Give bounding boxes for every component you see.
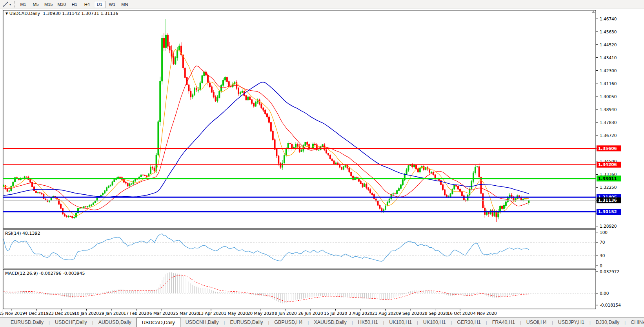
price-axis-label: 1.40050 xyxy=(600,94,617,99)
price-level-tag-label: 1.33011 xyxy=(598,176,617,181)
symbol-tab-bar: EURUSD,Daily|USDCHF,Daily|AUDUSD,DailyUS… xyxy=(0,317,644,327)
tab-ger30-h1[interactable]: GER30,H1 xyxy=(452,318,486,327)
current-price-tag-label: 1.31136 xyxy=(598,198,617,203)
price-level-tag: 1.35606 xyxy=(597,145,621,151)
rsi-indicator-label: RSI(14) 48.1392 xyxy=(5,231,40,236)
collapse-triangle-icon[interactable]: ▼ xyxy=(5,12,8,15)
date-axis-label: 23 Dec 2019 xyxy=(48,311,75,316)
price-axis-label: 1.36720 xyxy=(600,133,617,138)
date-axis-label: 15 Nov 2019 xyxy=(0,311,25,316)
date-axis-label: 20 May 2020 xyxy=(247,311,274,316)
price-axis-label: 1.28920 xyxy=(600,224,617,228)
date-axis-label: 29 Jan 2020 xyxy=(99,311,124,316)
price-axis-label: 1.44520 xyxy=(600,42,617,47)
price-axis-label: 1.37830 xyxy=(600,120,617,125)
date-axis-label: 26 Jun 2020 xyxy=(298,311,323,316)
tab-eurusd-daily[interactable]: EURUSD,Daily xyxy=(5,318,49,327)
date-axis-label: 1 May 2020 xyxy=(224,311,248,316)
date-axis-label: 4 Nov 2020 xyxy=(473,311,497,316)
date-axis-label: 28 Sep 2020 xyxy=(422,311,448,316)
rsi-axis-label: 30 xyxy=(600,253,605,258)
symbol-label: USDCAD,Daily xyxy=(9,11,40,16)
date-axis-label: 4 Dec 2019 xyxy=(25,311,48,316)
date-axis-label: 6 Mar 2020 xyxy=(149,311,173,316)
tab-uk100-h1[interactable]: UK100,H1 xyxy=(384,318,417,327)
tab-usdcnh-daily[interactable]: USDCNH,Daily xyxy=(180,318,224,327)
tab-china300-h1[interactable]: CHINA300,H1 xyxy=(626,318,644,327)
price-axis-label: 1.46740 xyxy=(600,16,617,21)
price-axis-label: 1.32250 xyxy=(600,185,617,190)
tab-usdjpy-h1[interactable]: USDJPY,H1 xyxy=(553,318,589,327)
price-axis-label: 1.41160 xyxy=(600,81,617,86)
chart-canvas[interactable]: 1.467401.456301.445201.434101.423001.411… xyxy=(0,0,644,327)
price-axis-label: 1.45630 xyxy=(600,29,617,34)
date-axis-label: 16 Oct 2020 xyxy=(448,311,473,316)
rsi-axis-label: 0 xyxy=(600,263,602,268)
tab-usoil-h4[interactable]: USOil,H4 xyxy=(521,318,552,327)
macd-axis-label: -0.018154 xyxy=(600,303,621,307)
chart-title: ▼ USDCAD,Daily 1.30930 1.31142 1.30731 1… xyxy=(5,11,118,16)
tab-xauusd-daily[interactable]: XAUUSD,Daily xyxy=(309,318,351,327)
price-level-tag-label: 1.34206 xyxy=(598,162,617,167)
date-axis-label: 17 Feb 2020 xyxy=(124,311,149,316)
tab-fra40-h1[interactable]: FRA40,H1 xyxy=(487,318,520,327)
current-price-tag: 1.31136 xyxy=(597,197,621,203)
price-axis-label: 1.42300 xyxy=(600,68,617,73)
tab-usdcad-daily[interactable]: USDCAD,Daily xyxy=(136,318,180,327)
tab-dj30-daily[interactable]: DJ30,Daily xyxy=(591,318,624,327)
date-axis-label: 21 Aug 2020 xyxy=(372,311,398,316)
price-level-tag-label: 1.30152 xyxy=(598,209,617,214)
tab-hk50-h1[interactable]: HK50,H1 xyxy=(353,318,383,327)
macd-panel xyxy=(3,269,596,309)
date-axis-label: 3 Aug 2020 xyxy=(349,311,373,316)
quote-ohlc: 1.30930 1.31142 1.30731 1.31136 xyxy=(43,11,118,16)
symbol-tabs: EURUSD,Daily|USDCHF,Daily|AUDUSD,DailyUS… xyxy=(5,318,644,327)
price-level-tag: 1.33011 xyxy=(597,175,621,181)
date-axis-label: 8 Jun 2020 xyxy=(275,311,297,316)
date-axis: 15 Nov 20194 Dec 201923 Dec 201910 Jan 2… xyxy=(0,309,497,316)
date-axis-label: 9 Sep 2020 xyxy=(398,311,422,316)
price-axis-label: 1.43410 xyxy=(600,55,617,60)
tab-eurusd-daily[interactable]: EURUSD,Daily xyxy=(225,318,268,327)
macd-indicator-label: MACD(12,26,9) -0.002796 -0.003945 xyxy=(5,271,85,276)
price-level-tag: 1.34206 xyxy=(597,162,621,168)
price-axis-label: 1.38940 xyxy=(600,107,617,112)
tab-gbpusd-h4[interactable]: GBPUSD,H4 xyxy=(269,318,307,327)
macd-axis-label: 0.00 xyxy=(600,291,609,296)
tab-usdchf-daily[interactable]: USDCHF,Daily xyxy=(50,318,92,327)
rsi-axis-label: 100 xyxy=(600,230,608,235)
date-axis-label: 13 Apr 2020 xyxy=(198,311,224,316)
date-axis-label: 25 Mar 2020 xyxy=(173,311,199,316)
price-level-tag-label: 1.35606 xyxy=(598,146,617,151)
date-axis-label: 10 Jan 2020 xyxy=(74,311,99,316)
price-level-tag: 1.30152 xyxy=(597,209,621,215)
macd-axis-label: 0.032972 xyxy=(600,269,619,274)
tab-uk100-h1[interactable]: UK100,H1 xyxy=(418,318,451,327)
rsi-axis-label: 70 xyxy=(600,240,605,245)
tab-audusd-daily[interactable]: AUDUSD,Daily xyxy=(93,318,136,327)
mt4-window: ▾ M1M5M15M30H1H4D1W1MN 1.467401.456301.4… xyxy=(0,0,644,327)
date-axis-label: 15 Jul 2020 xyxy=(324,311,347,316)
